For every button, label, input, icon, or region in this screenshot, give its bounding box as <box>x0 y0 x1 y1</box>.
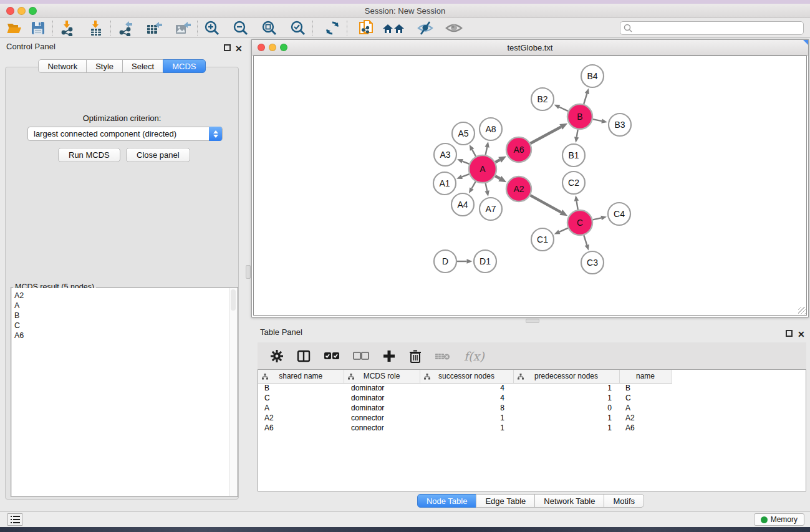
vertical-splitter-handle[interactable] <box>246 265 251 279</box>
table-row[interactable]: Adominator80A <box>258 403 672 413</box>
column-header-shared-name[interactable]: shared name <box>258 370 344 383</box>
graph-edge-A-A1[interactable] <box>462 174 470 177</box>
zoom-fit-icon <box>261 20 277 36</box>
resize-grip-icon[interactable] <box>798 307 806 314</box>
graph-edge-A2-C[interactable] <box>530 195 561 212</box>
export-table-icon <box>146 20 163 36</box>
graph-edge-A-A6[interactable] <box>495 160 499 162</box>
table-close-panel-icon[interactable]: ✕ <box>798 329 805 340</box>
refresh-button[interactable] <box>323 19 342 37</box>
graph-edge-B-B2[interactable] <box>559 107 568 111</box>
zoom-in-button[interactable] <box>203 19 221 37</box>
network-canvas-area[interactable]: B4B2BB3A5A8A6B1A3AC2A1A2A4A7C4CC1C3DD1 <box>253 56 807 316</box>
memory-status-icon <box>761 516 768 523</box>
column-header-successor-nodes[interactable]: successor nodes <box>420 370 513 383</box>
graph-edge-A-A7[interactable] <box>486 183 488 191</box>
import-table-button[interactable] <box>87 19 105 37</box>
mcds-result-item[interactable]: C <box>14 321 229 331</box>
deselect-all-button[interactable] <box>353 347 369 365</box>
tab-mcds[interactable]: MCDS <box>163 59 205 73</box>
delete-column-button[interactable] <box>409 347 422 365</box>
graph-node-label: B3 <box>614 120 625 130</box>
table-float-panel-icon[interactable] <box>786 330 793 337</box>
table-cell: 0 <box>513 403 619 413</box>
zoom-out-button[interactable] <box>231 19 250 37</box>
float-panel-icon[interactable] <box>224 44 231 51</box>
graph-edge-A-A2[interactable] <box>495 176 500 178</box>
duplicate-network-button[interactable] <box>357 19 376 37</box>
save-session-button[interactable] <box>29 19 47 37</box>
graph-edge-B-B4[interactable] <box>584 94 587 104</box>
graph-edge-C-C4[interactable] <box>592 218 601 220</box>
graph-edge-C-C1[interactable] <box>559 228 568 232</box>
network-window-title: testGlobe.txt <box>252 43 808 52</box>
mcds-result-list[interactable]: A2ABCA6 <box>12 288 229 496</box>
run-mcds-button[interactable]: Run MCDS <box>58 148 120 162</box>
mcds-result-scrollbar[interactable] <box>229 288 237 496</box>
graph-edge-B-B1[interactable] <box>577 130 578 137</box>
mcds-result-item[interactable]: A <box>14 301 229 311</box>
table-cell: A6 <box>258 423 344 433</box>
zoom-selected-button[interactable] <box>289 19 307 37</box>
column-header-predecessor-nodes[interactable]: predecessor nodes <box>513 370 619 383</box>
column-header-name[interactable]: name <box>619 370 672 383</box>
control-panel-tabs: NetworkStyleSelectMCDS <box>0 59 244 73</box>
graph-edge-C-C3[interactable] <box>584 235 587 245</box>
table-settings-button[interactable] <box>270 347 284 365</box>
tab-edge-table[interactable]: Edge Table <box>476 494 535 508</box>
mcds-result-item[interactable]: A2 <box>14 291 229 301</box>
graph-node-label: C <box>577 218 583 228</box>
open-file-button[interactable] <box>5 19 24 37</box>
gear-icon <box>270 349 284 363</box>
graph-edge-A6-B[interactable] <box>530 127 561 143</box>
tab-node-table[interactable]: Node Table <box>417 494 477 508</box>
graph-node-label: A1 <box>439 178 450 188</box>
graph-edge-B-B3[interactable] <box>593 119 602 121</box>
graph-edge-A-A5[interactable] <box>472 150 476 157</box>
tab-network-table[interactable]: Network Table <box>534 494 604 508</box>
zoom-fit-button[interactable] <box>260 19 279 37</box>
export-network-button[interactable] <box>116 19 135 37</box>
split-table-view-button[interactable] <box>297 347 311 365</box>
criterion-dropdown[interactable]: largest connected component (directed) <box>27 127 223 141</box>
mcds-result-item[interactable]: B <box>14 311 229 321</box>
table-row[interactable]: Bdominator41B <box>258 383 672 393</box>
mcds-result-item[interactable]: A6 <box>14 331 229 341</box>
zoom-out-icon <box>233 20 249 36</box>
birds-eye-view-button[interactable] <box>445 19 463 37</box>
table-cell: 1 <box>513 383 619 393</box>
horizontal-splitter-handle[interactable] <box>526 319 539 323</box>
task-history-button[interactable] <box>7 513 22 526</box>
graph-edge-A-A4[interactable] <box>471 181 475 188</box>
network-window-titlebar: testGlobe.txt <box>252 40 808 56</box>
export-table-button[interactable] <box>145 19 163 37</box>
status-bar: Memory <box>0 511 810 527</box>
function-builder-button-disabled: f(x) <box>464 347 485 365</box>
graph-node-label: C1 <box>537 235 548 244</box>
tab-motifs[interactable]: Motifs <box>604 494 644 508</box>
graph-edge-C-C2[interactable] <box>577 201 578 210</box>
graph-edge-arrowhead <box>485 142 489 148</box>
memory-button[interactable]: Memory <box>754 513 804 526</box>
close-panel-icon[interactable]: ✕ <box>235 43 243 54</box>
create-column-button[interactable] <box>382 347 396 365</box>
hide-graphics-button[interactable] <box>416 19 435 37</box>
import-network-button[interactable] <box>58 19 77 37</box>
home-button[interactable] <box>381 19 406 37</box>
graph-edge-A-A3[interactable] <box>463 162 470 164</box>
tab-style[interactable]: Style <box>86 59 123 73</box>
table-row[interactable]: Cdominator41C <box>258 393 672 403</box>
table-row[interactable]: A6connector11A6 <box>258 423 672 433</box>
column-header-mcds-role[interactable]: MCDS role <box>344 370 420 383</box>
graph-edge-A-A8[interactable] <box>486 147 488 155</box>
close-panel-button[interactable]: Close panel <box>126 148 190 162</box>
tab-network[interactable]: Network <box>38 59 87 73</box>
table-cell: C <box>619 393 672 403</box>
select-all-button[interactable] <box>324 347 340 365</box>
export-image-button[interactable] <box>173 19 192 37</box>
network-graph[interactable]: B4B2BB3A5A8A6B1A3AC2A1A2A4A7C4CC1C3DD1 <box>254 56 808 316</box>
home-icon <box>382 21 405 36</box>
tab-select[interactable]: Select <box>122 59 163 73</box>
table-row[interactable]: A2connector11A2 <box>258 413 672 423</box>
search-input[interactable] <box>620 21 804 35</box>
